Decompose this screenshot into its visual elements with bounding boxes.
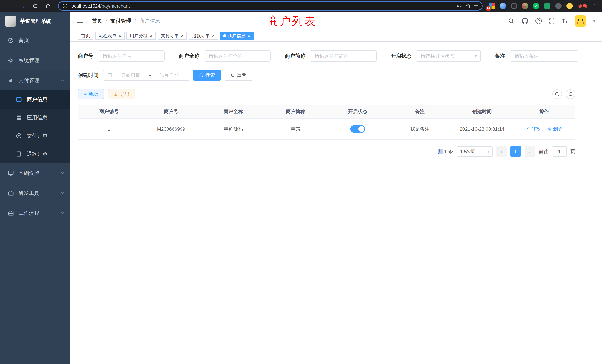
trash-icon	[548, 127, 552, 131]
grid-icon	[16, 115, 22, 120]
next-page-button[interactable]: ›	[525, 146, 535, 157]
payment-submenu: 商户信息 应用信息 支付订单	[0, 90, 70, 163]
app-logo[interactable]: 芋道管理系统	[0, 12, 70, 30]
browser-update-button[interactable]: 更新	[575, 3, 590, 9]
tab-pay-order[interactable]: 支付订单 ×	[158, 32, 187, 40]
extensions-puzzle-icon[interactable]: 10	[489, 3, 495, 9]
extension-icon[interactable]	[522, 3, 528, 9]
sidebar-item-merchant-info[interactable]: 商户信息	[0, 90, 70, 109]
browser-menu-icon[interactable]: ⋮	[590, 3, 598, 9]
sidebar-item-home[interactable]: 首页	[0, 30, 70, 50]
github-icon[interactable]	[521, 17, 528, 24]
tab-process-form[interactable]: 流程表单 ×	[95, 32, 125, 40]
circle-dot-icon	[16, 133, 22, 139]
share-icon[interactable]	[465, 3, 471, 9]
tab-merchant-info[interactable]: 商户信息 ×	[220, 32, 254, 40]
bookmark-star-icon[interactable]: ☆	[473, 3, 478, 9]
prev-page-button[interactable]: ‹	[496, 146, 507, 157]
sidebar-item-label: 基础设施	[19, 170, 39, 177]
export-button[interactable]: 导出	[108, 89, 136, 99]
extension-icon[interactable]	[511, 3, 517, 9]
browser-reload-icon[interactable]	[31, 2, 39, 10]
sidebar-item-workflow[interactable]: 工作流程	[0, 203, 70, 223]
browser-chrome: ← → localhost:1024/pay/merchant ☆ 10 ✓	[0, 0, 602, 12]
column-header: 商户全称	[202, 105, 265, 118]
font-size-icon[interactable]: TT	[562, 18, 568, 24]
close-icon[interactable]: ×	[150, 33, 152, 38]
browser-forward-icon[interactable]: →	[19, 2, 27, 10]
sidebar-item-system[interactable]: 系统管理	[0, 50, 70, 70]
close-icon[interactable]: ×	[248, 33, 250, 38]
hamburger-icon[interactable]	[70, 12, 89, 30]
remark-input[interactable]	[510, 50, 578, 62]
address-bar[interactable]: localhost:1024/pay/merchant ☆	[58, 1, 483, 11]
tab-label: 支付订单	[161, 33, 179, 39]
sidebar-item-label: 工作流程	[19, 210, 39, 217]
table-header-row: 商户编号 商户号 商户全称 商户简称 开启状态 备注 创建时间 操作	[78, 105, 575, 119]
search-icon	[199, 73, 204, 77]
refresh-table-button[interactable]	[566, 89, 575, 99]
browser-home-icon[interactable]	[44, 2, 52, 10]
sidebar-item-infrastructure[interactable]: 基础设施	[0, 163, 70, 183]
extension-icon[interactable]	[544, 3, 550, 9]
browser-extensions: 10 ✓	[486, 3, 575, 9]
sidebar-item-app-info[interactable]: 应用信息	[0, 109, 70, 127]
reset-button[interactable]: 重置	[225, 70, 252, 81]
extension-icon[interactable]: ✓	[533, 3, 539, 9]
annotation-merchant-list: 商户列表	[268, 14, 317, 29]
sidebar-item-dev-tools[interactable]: 研发工具	[0, 183, 70, 203]
tab-user-group[interactable]: 用户分组 ×	[126, 32, 156, 40]
create-time-range-picker[interactable]: 开始日期 - 结束日期	[103, 70, 189, 81]
status-toggle[interactable]	[350, 125, 365, 133]
delete-link[interactable]: 删除	[548, 126, 563, 132]
help-icon[interactable]: ?	[536, 18, 542, 24]
merchant-table: 商户编号 商户号 商户全称 商户简称 开启状态 备注 创建时间 操作 1 M23…	[78, 105, 575, 139]
refresh-icon	[231, 73, 235, 77]
sidebar-item-payment[interactable]: ¥ 支付管理	[0, 70, 70, 90]
browser-back-icon[interactable]: ←	[6, 2, 14, 10]
close-icon[interactable]: ×	[181, 33, 183, 38]
sidebar-item-label: 应用信息	[27, 114, 47, 121]
extension-icon[interactable]	[500, 3, 506, 9]
extension-icon[interactable]	[555, 3, 562, 9]
page-size-select[interactable]: 10条/页 ▾	[457, 146, 493, 157]
merchant-short-name-input[interactable]	[310, 50, 377, 62]
breadcrumb-home[interactable]: 首页	[92, 17, 102, 24]
chevron-down-icon[interactable]: ▾	[593, 19, 595, 23]
yen-icon: ¥	[7, 77, 14, 84]
close-icon[interactable]: ×	[119, 33, 121, 38]
tab-refund-order[interactable]: 退款订单 ×	[189, 32, 218, 40]
toggle-search-button[interactable]	[552, 89, 562, 99]
search-icon[interactable]	[508, 18, 514, 24]
tab-label: 首页	[81, 33, 90, 39]
sidebar-item-pay-order[interactable]: 支付订单	[0, 127, 70, 145]
page-1-button[interactable]: 1	[510, 146, 521, 157]
breadcrumb-payment[interactable]: 支付管理	[110, 17, 131, 24]
url-text: localhost:1024/pay/merchant	[70, 3, 453, 9]
total-count: 共 1 条	[438, 148, 453, 155]
tab-home[interactable]: 首页	[78, 32, 93, 40]
extension-smiley-icon[interactable]	[566, 3, 573, 9]
chevron-down-icon: ▾	[487, 149, 489, 154]
sidebar-item-refund-order[interactable]: 退款订单	[0, 145, 70, 163]
search-button[interactable]: 搜索	[193, 70, 221, 81]
close-icon[interactable]: ×	[212, 33, 215, 38]
goto-page-input[interactable]	[552, 146, 567, 157]
merchant-no-input[interactable]	[98, 50, 165, 62]
avatar[interactable]	[575, 15, 586, 27]
sidebar-item-label: 支付订单	[27, 132, 47, 139]
page-content: 商户号 商户全称 商户简称 开启状态 请选择开启状态 ▾	[70, 42, 602, 364]
add-button[interactable]: + 新增	[78, 89, 104, 99]
edit-link[interactable]: 修改	[526, 126, 541, 132]
page-unit-label: 页	[570, 148, 575, 155]
sidebar-item-label: 支付管理	[19, 77, 39, 84]
status-select[interactable]: 请选择开启状态 ▾	[416, 50, 481, 62]
pagination: 共 1 条 10条/页 ▾ ‹ 1 › 前往 页	[78, 146, 575, 157]
tab-label: 流程表单	[99, 33, 116, 39]
breadcrumb: 首页 / 支付管理 / 商户信息	[92, 17, 160, 24]
toolbox-icon	[7, 190, 14, 196]
merchant-full-name-input[interactable]	[204, 50, 271, 62]
fullscreen-icon[interactable]	[549, 18, 555, 24]
site-info-icon[interactable]	[62, 3, 67, 9]
key-icon[interactable]	[456, 3, 462, 9]
